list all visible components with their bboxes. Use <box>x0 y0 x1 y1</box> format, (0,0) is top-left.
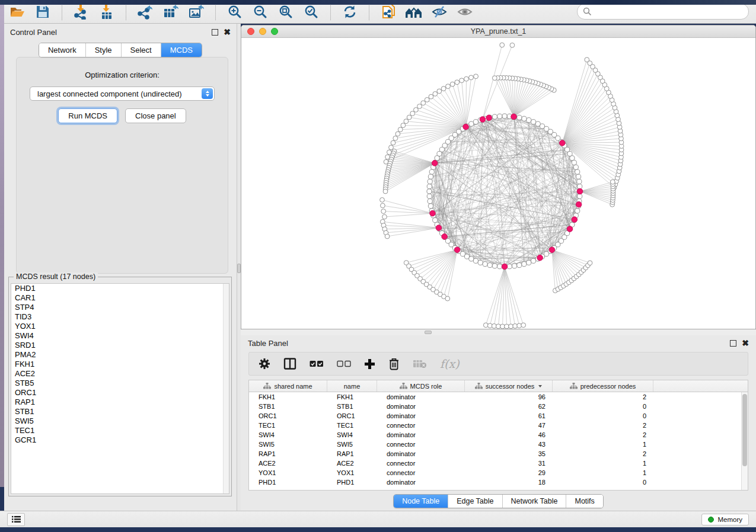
column-header-mcds-role[interactable]: MCDS role <box>377 380 465 392</box>
mcds-result-item[interactable]: ORC1 <box>11 388 229 398</box>
mcds-result-item[interactable]: SRD1 <box>11 341 229 350</box>
run-mcds-button[interactable]: Run MCDS <box>58 108 117 123</box>
import-table-button[interactable] <box>97 2 117 21</box>
tab-edge-table[interactable]: Edge Table <box>448 495 502 508</box>
table-cell: 18 <box>465 479 553 486</box>
column-header-name[interactable]: name <box>327 380 377 392</box>
node-table-body[interactable]: FKH1FKH1dominator962STB1STB1dominator620… <box>249 392 741 490</box>
table-row[interactable]: FKH1FKH1dominator962 <box>249 392 741 402</box>
refresh-button[interactable] <box>340 2 360 21</box>
zoom-fit-icon <box>278 4 294 20</box>
control-panel: Control Panel ✖ Network Style Select MCD… <box>4 24 237 511</box>
gear-icon <box>259 358 270 370</box>
table-cell: SWI5 <box>327 441 377 448</box>
table-scrollbar[interactable] <box>741 392 748 490</box>
optimization-criterion-select[interactable]: largest connected component (undirected) <box>30 86 215 101</box>
table-row[interactable]: TEC1TEC1connector472 <box>249 421 741 430</box>
table-row[interactable]: STB1STB1dominator620 <box>249 402 741 411</box>
import-network-button[interactable] <box>71 2 91 21</box>
table-cell: dominator <box>377 450 465 457</box>
zoom-in-button[interactable] <box>225 2 245 21</box>
tab-motifs[interactable]: Motifs <box>566 495 602 508</box>
table-cell: SWI5 <box>249 441 327 448</box>
add-row-button[interactable] <box>364 355 375 373</box>
mcds-result-item[interactable]: SWI5 <box>11 416 229 426</box>
toolbar-separator <box>126 4 126 20</box>
table-row[interactable]: RAP1RAP1dominator352 <box>249 449 741 459</box>
toggle-panel-button[interactable] <box>7 513 25 526</box>
mcds-result-item[interactable]: PHD1 <box>11 284 229 293</box>
close-panel-icon[interactable]: ✖ <box>224 29 231 36</box>
export-network-button[interactable] <box>135 2 155 21</box>
column-network-icon <box>475 383 483 389</box>
desktop-background <box>0 0 756 5</box>
table-options-button[interactable] <box>259 355 270 373</box>
mcds-result-item[interactable]: STB5 <box>11 379 229 388</box>
open-file-button[interactable] <box>7 2 27 21</box>
show-all-button[interactable] <box>455 2 475 21</box>
save-session-button[interactable] <box>33 2 53 21</box>
tab-network[interactable]: Network <box>39 43 85 57</box>
close-panel-button[interactable]: Close panel <box>125 108 186 123</box>
new-network-from-selection-button[interactable] <box>378 2 398 21</box>
show-column-button[interactable] <box>283 355 296 373</box>
optimization-criterion-value: largest connected component (undirected) <box>37 89 182 98</box>
mcds-result-item[interactable]: TID3 <box>11 312 229 322</box>
memory-button[interactable]: Memory <box>701 514 749 525</box>
float-panel-icon[interactable] <box>212 29 218 36</box>
table-row[interactable]: PHD1PHD1dominator180 <box>249 477 741 487</box>
horizontal-splitter[interactable] <box>241 329 756 335</box>
delete-row-button[interactable] <box>388 355 400 373</box>
network-graph[interactable] <box>241 38 755 329</box>
tab-select[interactable]: Select <box>121 43 161 57</box>
deselect-all-rows-button[interactable] <box>337 355 351 373</box>
mcds-result-item[interactable]: STP4 <box>11 303 229 312</box>
zoom-fit-button[interactable] <box>276 2 296 21</box>
table-row[interactable]: ORC1ORC1dominator610 <box>249 411 741 421</box>
column-header-predecessor-nodes[interactable]: predecessor nodes <box>553 380 653 392</box>
mcds-result-scrollbar[interactable] <box>223 284 229 493</box>
tab-mcds[interactable]: MCDS <box>161 43 202 57</box>
mcds-result-item[interactable]: CAR1 <box>11 293 229 303</box>
search-box[interactable] <box>577 4 749 20</box>
mcds-result-item[interactable]: GCR1 <box>11 435 229 445</box>
mcds-result-item[interactable]: SWI4 <box>11 331 229 341</box>
zoom-out-button[interactable] <box>250 2 270 21</box>
mcds-result-item[interactable]: ACE2 <box>11 369 229 379</box>
network-window-titlebar[interactable]: YPA_prune.txt_1 <box>241 25 755 38</box>
tab-network-table[interactable]: Network Table <box>502 495 566 508</box>
close-panel-icon[interactable]: ✖ <box>742 340 749 347</box>
column-header-successor-nodes[interactable]: successor nodes <box>465 380 553 392</box>
search-input[interactable] <box>595 7 743 16</box>
mcds-result-item[interactable]: TEC1 <box>11 426 229 435</box>
hide-selected-button[interactable] <box>429 2 449 21</box>
mcds-result-list[interactable]: PHD1CAR1STP4TID3YOX1SWI4SRD1PMA2FKH1ACE2… <box>11 283 229 494</box>
tab-style[interactable]: Style <box>85 43 121 57</box>
export-image-button[interactable] <box>186 2 206 21</box>
select-all-rows-button[interactable] <box>310 355 324 373</box>
table-row[interactable]: ACE2ACE2connector311 <box>249 459 741 468</box>
table-row[interactable]: YOX1YOX1connector291 <box>249 468 741 477</box>
export-table-button[interactable] <box>161 2 181 21</box>
table-row[interactable]: SWI5SWI5connector431 <box>249 440 741 449</box>
delete-table-button[interactable] <box>413 355 427 373</box>
table-cell: dominator <box>377 431 465 438</box>
mcds-result-item[interactable]: PMA2 <box>11 350 229 360</box>
mcds-result-item[interactable]: RAP1 <box>11 398 229 407</box>
import-table-icon <box>99 4 114 20</box>
mcds-result-item[interactable]: STB1 <box>11 407 229 416</box>
network-view-window: YPA_prune.txt_1 <box>241 25 756 329</box>
zoom-selected-button[interactable] <box>301 2 321 21</box>
float-panel-icon[interactable] <box>730 340 736 347</box>
table-cell: SWI4 <box>327 431 377 438</box>
mcds-result-item[interactable]: YOX1 <box>11 322 229 331</box>
scrollbar-thumb[interactable] <box>742 394 747 466</box>
network-canvas[interactable] <box>241 38 755 329</box>
mcds-result-item[interactable]: FKH1 <box>11 360 229 369</box>
zoom-in-icon <box>227 4 243 20</box>
column-header-shared-name[interactable]: shared name <box>249 380 327 392</box>
table-row[interactable]: SWI4SWI4dominator462 <box>249 430 741 440</box>
splitter-grip[interactable] <box>425 331 432 334</box>
first-neighbors-button[interactable] <box>404 2 424 21</box>
tab-node-table[interactable]: Node Table <box>394 495 448 508</box>
